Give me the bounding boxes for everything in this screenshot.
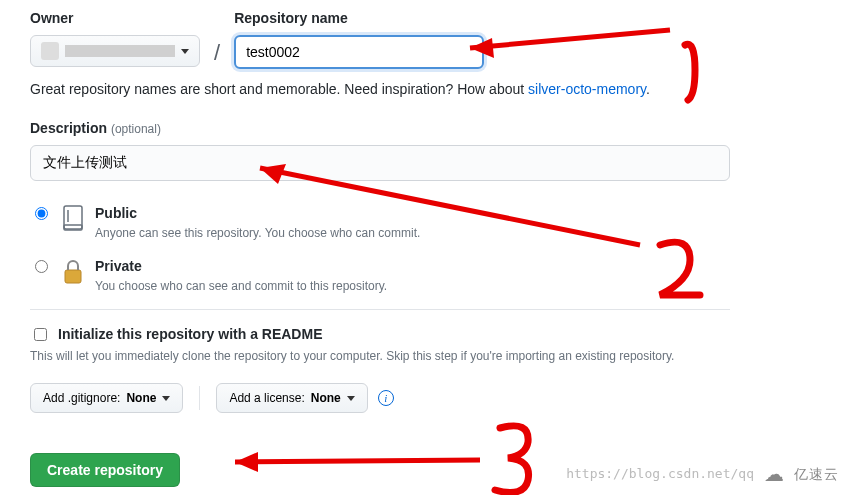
divider-vertical (199, 386, 200, 410)
repo-name-label: Repository name (234, 8, 484, 29)
owner-label: Owner (30, 8, 200, 29)
init-readme-desc: This will let you immediately clone the … (30, 347, 837, 365)
public-title: Public (95, 203, 420, 224)
public-radio[interactable] (35, 207, 48, 220)
create-repository-button[interactable]: Create repository (30, 453, 180, 487)
description-label: Description (optional) (30, 118, 837, 139)
svg-marker-6 (235, 452, 258, 472)
public-desc: Anyone can see this repository. You choo… (95, 224, 420, 242)
repo-name-hint: Great repository names are short and mem… (30, 79, 837, 100)
gitignore-dropdown[interactable]: Add .gitignore: None (30, 383, 183, 413)
divider (30, 309, 730, 310)
private-desc: You choose who can see and commit to thi… (95, 277, 387, 295)
owner-name-redacted (65, 45, 175, 57)
chevron-down-icon (162, 396, 170, 401)
chevron-down-icon (347, 396, 355, 401)
info-icon[interactable]: i (378, 390, 394, 406)
lock-icon (61, 258, 85, 286)
cloud-icon: ☁ (764, 459, 784, 489)
description-input[interactable] (30, 145, 730, 181)
init-readme-label: Initialize this repository with a README (58, 324, 322, 345)
suggested-name-link[interactable]: silver-octo-memory (528, 81, 646, 97)
license-dropdown[interactable]: Add a license: None (216, 383, 367, 413)
repo-icon (61, 205, 85, 233)
slash-separator: / (214, 36, 220, 69)
watermark: https://blog.csdn.net/qq ☁ 亿速云 (566, 459, 839, 489)
init-readme-checkbox[interactable] (34, 328, 47, 341)
chevron-down-icon (181, 49, 189, 54)
private-title: Private (95, 256, 387, 277)
owner-avatar (41, 42, 59, 60)
svg-rect-3 (65, 270, 81, 283)
repo-name-input[interactable] (234, 35, 484, 69)
owner-dropdown[interactable] (30, 35, 200, 67)
svg-rect-1 (64, 225, 82, 230)
private-radio[interactable] (35, 260, 48, 273)
